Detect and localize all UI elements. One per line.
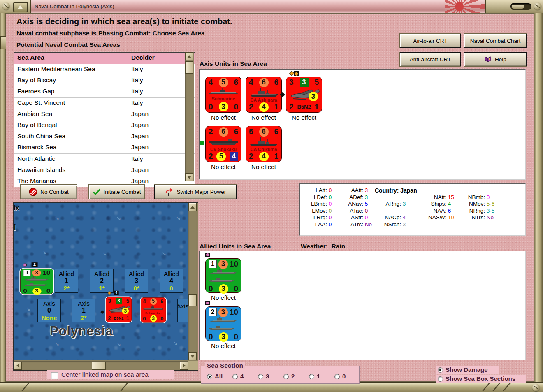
stat-ldef: LDef: 0: [303, 194, 332, 200]
sea-box-value: 0: [169, 285, 173, 291]
convoy-silhouette-icon: [206, 269, 241, 284]
sea-area-row[interactable]: Bay of BiscayItaly: [14, 75, 195, 86]
radio-icon[interactable]: [438, 367, 443, 373]
counter-face: 33532B5N21: [286, 77, 322, 113]
sea-box-allied-4[interactable]: Allied40: [160, 269, 183, 293]
switch-major-power-button[interactable]: Switch Major Power: [154, 185, 237, 199]
unit-counter-b5n2[interactable]: 33532B5N214: [106, 297, 132, 322]
sea-section-radio-0[interactable]: 0: [334, 373, 346, 380]
unit-counter-submarine[interactable]: 456Submarine030: [141, 297, 166, 323]
stat-label: ADef:: [339, 194, 363, 200]
current-arrow-icon: ↘: [116, 341, 121, 347]
scroll-down-button[interactable]: [185, 173, 193, 181]
radio-icon[interactable]: [309, 374, 314, 379]
close-button[interactable]: [510, 3, 531, 10]
unit-counter-ca-chikuma[interactable]: 566CA Chikuma241No effect: [246, 126, 282, 162]
sea-section-radio-all[interactable]: All: [207, 373, 223, 380]
counter-face: 456Submarine030: [141, 297, 166, 323]
number-badge: 4: [114, 291, 119, 295]
scrollbar-thumb[interactable]: [185, 61, 193, 74]
sea-box-number: 3: [135, 278, 138, 284]
stat-natt: NAtt: 15: [419, 194, 454, 200]
unit-counter-ca-ashigara[interactable]: 466CA Ashigara241No effect: [246, 77, 282, 113]
unit-counter[interactable]: 13100302: [20, 269, 53, 294]
display-radio-show-sea-box-sections[interactable]: Show Sea Box Sections: [438, 375, 515, 382]
scroll-up-button[interactable]: [185, 52, 193, 60]
scroll-down-button[interactable]: [188, 352, 197, 360]
sea-area-row[interactable]: North AtlanticItaly: [14, 154, 195, 165]
allied-panel-title: Allied Units in Sea Area: [200, 243, 271, 250]
stat-naa: NAA: 6: [419, 208, 451, 214]
sea-area-row[interactable]: Hawaiian IslandsJapan: [14, 165, 195, 176]
yellow-circle-value: 3: [219, 332, 228, 342]
sea-area-row[interactable]: Faeroes GapItaly: [14, 86, 195, 97]
radio-icon[interactable]: [334, 374, 340, 379]
radio-icon[interactable]: [232, 374, 238, 379]
yellow-circle-value: 3: [122, 308, 129, 314]
scroll-left-button[interactable]: [14, 362, 22, 370]
map-horizontal-scrollbar[interactable]: [14, 361, 188, 370]
radio-icon[interactable]: [258, 374, 263, 379]
sea-box-allied-3[interactable]: Allied30*: [125, 269, 148, 293]
scroll-up-button[interactable]: [188, 203, 197, 211]
orange-circle-value: 6: [259, 127, 269, 137]
stat-label: LDef:: [303, 194, 327, 200]
sea-area-cell: Faeroes Gap: [14, 86, 128, 97]
counter-value: 6: [161, 298, 164, 304]
sea-area-row[interactable]: South China SeaJapan: [14, 131, 195, 142]
sea-section-radio-3[interactable]: 3: [258, 373, 269, 380]
sea-box-axis-1[interactable]: Axis12*: [72, 299, 95, 322]
table-scrollbar[interactable]: [185, 52, 194, 181]
sea-box-allied-1[interactable]: Allied12*: [55, 269, 78, 293]
counter-value: 1: [314, 102, 319, 111]
no-combat-button[interactable]: No Combat: [21, 185, 77, 199]
collapse-button[interactable]: [13, 2, 28, 12]
sea-area-row[interactable]: Eastern Mediterranean SeaItaly: [14, 64, 195, 75]
stat-anav: ANav: 5: [339, 201, 368, 207]
sea-section-radio-1[interactable]: 1: [309, 373, 320, 380]
sea-box-axis[interactable]: Axis: [177, 299, 188, 322]
radio-icon[interactable]: [438, 376, 443, 382]
map-canvas[interactable]: ↘↘↘↘↘↘↘↘↘↘ix]Allied12*Allied21*Allied30*…: [14, 203, 188, 360]
unit-counter[interactable]: 2310030No effect: [205, 306, 241, 341]
radio-icon[interactable]: [207, 374, 212, 379]
unit-counter-b5n2[interactable]: 33532B5N21No effect: [286, 77, 322, 113]
naval-combat-chart-button[interactable]: Naval Combat Chart: [464, 34, 527, 48]
unit-counter-cv-shokaku[interactable]: 266CV Shokaku254No effect: [205, 126, 241, 162]
air-to-air-crt-button[interactable]: Air-to-air CRT: [400, 34, 461, 48]
sea-section-radio-4[interactable]: 4: [232, 373, 244, 380]
sea-area-row[interactable]: Cape St. VincentItaly: [14, 98, 195, 109]
scroll-right-button[interactable]: [180, 362, 188, 370]
sea-box-axis-0[interactable]: Axis0None: [37, 299, 61, 322]
sea-section-radio-2[interactable]: 2: [283, 373, 295, 380]
counter-top-row: 566: [246, 127, 281, 136]
sea-area-row[interactable]: Arabian SeaJapan: [14, 109, 195, 120]
anti-aircraft-crt-button[interactable]: Anti-aircraft CRT: [400, 52, 461, 66]
radio-icon[interactable]: [283, 374, 289, 379]
pink-dot-marker: [205, 301, 210, 305]
counter-value: 0: [46, 288, 51, 295]
center-map-checkbox[interactable]: [51, 372, 58, 379]
map-vertical-scrollbar[interactable]: [188, 203, 197, 360]
stat-value: 0: [327, 208, 332, 214]
help-button[interactable]: Help: [464, 52, 527, 66]
unit-name: Submarine: [206, 96, 241, 102]
stat-label: NMov:: [459, 201, 485, 207]
scrollbar-thumb[interactable]: [92, 362, 106, 370]
counter-value: 0: [234, 284, 238, 293]
unit-counter-submarine[interactable]: 456Submarine030No effect: [205, 77, 241, 113]
orange-circle-value: 3: [218, 260, 228, 269]
stat-value: 3: [401, 201, 406, 207]
stat-label: NACp:: [375, 214, 401, 220]
unit-counter[interactable]: 1310030No effect: [205, 258, 241, 293]
initiate-combat-button[interactable]: Initiate Combat: [89, 185, 144, 199]
radio-label: 3: [266, 373, 269, 380]
stat-atrs: ATrs: No: [339, 221, 372, 227]
sea-box-allied-2[interactable]: Allied21*: [90, 269, 114, 293]
scrollbar-thumb[interactable]: [188, 294, 197, 306]
map-edge-label: ]: [14, 223, 16, 231]
sea-area-row[interactable]: Bay of BengalJapan: [14, 120, 195, 131]
sea-area-row[interactable]: Bismarck SeaJapan: [14, 142, 195, 153]
current-arrow-icon: ↘: [102, 251, 107, 257]
display-radio-show-damage[interactable]: Show Damage: [438, 366, 488, 373]
